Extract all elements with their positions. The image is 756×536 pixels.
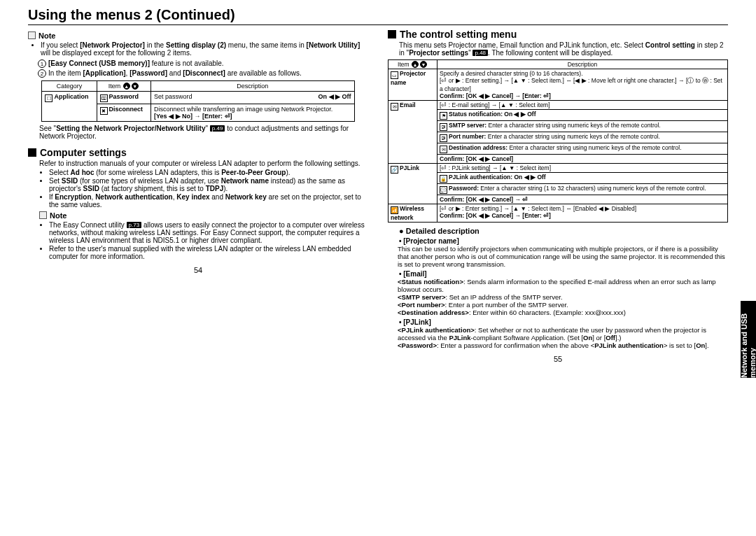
pjlink-icon: 🔗 [391, 166, 398, 174]
port-icon: 🖳 [440, 134, 447, 142]
down-icon: ▼ [420, 61, 427, 68]
left-column: Note If you select [Network Projector] i… [28, 29, 368, 363]
page-title: Using the menus 2 (Continued) [28, 7, 728, 25]
page-ref-73: p.73 [127, 222, 142, 228]
password-icon: ⚿ [100, 94, 108, 102]
note2-bullet-1: The Easy Connect utility p.73 allows use… [49, 221, 368, 244]
down-icon: ▼ [132, 83, 139, 90]
note1-bullet: If you select [Network Projector] in the… [41, 41, 368, 57]
page-number-left: 54 [28, 266, 368, 274]
circled-item-1: 1[Easy Connect (USB memory)] feature is … [38, 59, 368, 68]
detail-email: [Email] [399, 270, 728, 278]
projector-icon: ▭ [391, 71, 398, 79]
comp-bullet-3: If Encryption, Network authentication, K… [49, 193, 368, 209]
up-icon: ▲ [123, 83, 130, 90]
control-table: Item ▲▼ Description ▭Projector name Spec… [388, 59, 728, 223]
control-setting-heading: The control setting menu [388, 29, 728, 40]
detail-projector-name: [Projector name] [399, 237, 728, 245]
page-ref-49: p.49 [210, 125, 225, 132]
detail-email-body: <Status notification>: Sends alarm infor… [398, 278, 728, 316]
detail-pjlink: [PJLink] [399, 318, 728, 326]
detail-projector-body: This can be used to identify projectors … [398, 245, 728, 268]
detailed-description-heading: Detailed description [399, 227, 728, 235]
page-number-right: 55 [388, 355, 728, 363]
computer-settings-intro: Refer to instruction manuals of your com… [39, 160, 368, 167]
note2-bullet-2: Refer to the user's manual supplied with… [49, 245, 368, 260]
pw-icon: 💬 [440, 186, 447, 194]
application-table: Category Item ▲▼ Description ☐Applicatio… [41, 80, 354, 122]
right-column: The control setting menu This menu sets … [388, 29, 728, 363]
page-ref-48: p.48 [472, 50, 488, 56]
note-header-2: Note [39, 211, 368, 220]
disconnect-icon: ✖ [100, 107, 108, 115]
up-icon: ▲ [412, 61, 419, 68]
comp-bullet-1: Select Ad hoc (for some wireless LAN ada… [49, 169, 368, 176]
app-icon: ☐ [45, 94, 52, 102]
control-intro: This menu sets Projector name, Email fun… [399, 41, 728, 57]
dest-icon: ✉ [440, 146, 447, 153]
computer-settings-heading: Computer settings [28, 147, 368, 158]
status-icon: ⚑ [440, 112, 447, 120]
auth-icon: 🔒 [440, 175, 447, 183]
see-ref-line: See "Setting the Network Projector/Netwo… [39, 125, 368, 140]
smtp-icon: 🖳 [440, 123, 447, 131]
email-icon: ✉ [391, 103, 398, 111]
side-tab: Network and USB memory [741, 301, 756, 378]
comp-bullet-2: Set SSID (for some types of wireless LAN… [49, 177, 368, 192]
note-header-1: Note [28, 31, 368, 40]
circled-item-2: 2In the item [Application], [Password] a… [38, 69, 368, 78]
detail-pjlink-body: <PJLink authentication>: Set whether or … [398, 326, 728, 349]
wireless-icon: 📶 [391, 206, 398, 214]
